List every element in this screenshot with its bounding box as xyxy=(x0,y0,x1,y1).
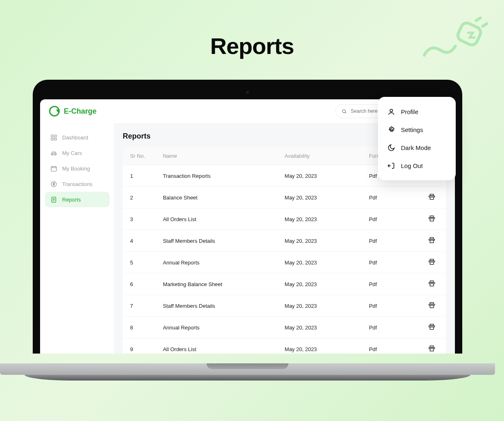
cell-format: Pdf xyxy=(362,252,418,273)
brand-name: E-Charge xyxy=(64,107,97,116)
svg-rect-29 xyxy=(430,327,434,329)
print-button[interactable] xyxy=(428,237,435,244)
table-row: 7Staff Members DetailsMay 20, 2023Pdf xyxy=(123,295,446,317)
plug-decoration-icon xyxy=(418,16,492,69)
cell-format: Pdf xyxy=(362,317,418,338)
sidebar: Dashboard My Cars My Booking xyxy=(40,123,114,354)
svg-rect-0 xyxy=(456,21,483,47)
sidebar-item-transactions[interactable]: Transactions xyxy=(45,176,110,192)
menu-item-label: Log Out xyxy=(401,162,423,169)
table-row: 5Annual ReportsMay 20, 2023Pdf xyxy=(123,252,446,273)
table-row: 3All Orders ListMay 20, 2023Pdf xyxy=(123,208,446,230)
svg-rect-6 xyxy=(51,138,53,140)
svg-rect-16 xyxy=(430,194,434,196)
profile-menu: Profile Settings Dark Mode xyxy=(378,99,455,180)
svg-rect-25 xyxy=(430,284,434,286)
printer-icon xyxy=(428,237,435,244)
cell-availability: May 20, 2023 xyxy=(277,338,362,354)
cell-format: Pdf xyxy=(362,208,418,230)
app-header: E-Charge xyxy=(40,99,455,123)
cell-sr: 5 xyxy=(123,252,155,273)
cell-sr: 3 xyxy=(123,208,155,230)
svg-rect-17 xyxy=(430,197,434,199)
car-icon xyxy=(50,149,57,157)
sidebar-item-label: Reports xyxy=(62,197,81,203)
table-row: 8Annual ReportsMay 20, 2023Pdf xyxy=(123,317,446,338)
brand-logo[interactable]: E-Charge xyxy=(49,106,97,116)
svg-rect-11 xyxy=(51,166,56,171)
printer-icon xyxy=(428,323,435,330)
cell-name: Balance Sheet xyxy=(155,187,277,208)
print-button[interactable] xyxy=(428,302,435,309)
sidebar-item-my-cars[interactable]: My Cars xyxy=(45,145,110,161)
cell-sr: 6 xyxy=(123,273,155,295)
menu-item-label: Settings xyxy=(401,126,423,133)
cell-format: Pdf xyxy=(362,187,418,208)
menu-item-dark-mode[interactable]: Dark Mode xyxy=(381,139,452,157)
moon-icon xyxy=(387,143,395,152)
svg-rect-30 xyxy=(430,346,434,347)
cell-name: Staff Members Details xyxy=(155,230,277,252)
svg-rect-22 xyxy=(430,259,434,261)
print-button[interactable] xyxy=(428,280,435,287)
brand-mark-icon xyxy=(49,106,60,116)
cell-format: Pdf xyxy=(362,230,418,252)
printer-icon xyxy=(428,193,435,200)
cell-name: Transaction Reports xyxy=(155,165,277,187)
cell-availability: May 20, 2023 xyxy=(277,252,362,273)
sidebar-item-my-booking[interactable]: My Booking xyxy=(45,161,110,176)
cell-availability: May 20, 2023 xyxy=(277,273,362,295)
cell-availability: May 20, 2023 xyxy=(277,230,362,252)
cell-name: All Orders List xyxy=(155,208,277,230)
cell-availability: May 20, 2023 xyxy=(277,165,362,187)
cell-availability: May 20, 2023 xyxy=(277,208,362,230)
logout-icon xyxy=(387,161,395,170)
cell-sr: 4 xyxy=(123,230,155,252)
printer-icon xyxy=(428,280,435,287)
svg-rect-4 xyxy=(51,135,53,137)
print-button[interactable] xyxy=(428,193,435,200)
sidebar-item-label: Transactions xyxy=(62,181,92,187)
sidebar-item-reports[interactable]: Reports xyxy=(45,192,110,207)
menu-item-log-out[interactable]: Log Out xyxy=(381,157,452,175)
laptop-base xyxy=(0,363,495,385)
sidebar-item-label: Dashboard xyxy=(62,134,88,141)
table-row: 6Marketing Balance SheetMay 20, 2023Pdf xyxy=(123,273,446,295)
cell-sr: 8 xyxy=(123,317,155,338)
cell-availability: May 20, 2023 xyxy=(277,187,362,208)
sidebar-item-dashboard[interactable]: Dashboard xyxy=(45,130,110,145)
cell-name: Annual Reports xyxy=(155,317,277,338)
svg-rect-19 xyxy=(430,219,434,221)
table-header-availability: Availability xyxy=(277,147,362,165)
cell-name: Staff Members Details xyxy=(155,295,277,317)
print-button[interactable] xyxy=(428,215,435,222)
cell-name: All Orders List xyxy=(155,338,277,354)
gear-icon xyxy=(387,125,395,134)
menu-item-profile[interactable]: Profile xyxy=(381,103,452,121)
user-icon xyxy=(387,107,395,116)
cell-name: Annual Reports xyxy=(155,252,277,273)
cell-sr: 2 xyxy=(123,187,155,208)
cell-sr: 9 xyxy=(123,338,155,354)
svg-rect-20 xyxy=(430,237,434,239)
table-row: 9All Orders ListMay 20, 2023Pdf xyxy=(123,338,446,354)
cell-sr: 1 xyxy=(123,165,155,187)
print-button[interactable] xyxy=(428,345,435,352)
svg-point-1 xyxy=(342,110,345,112)
table-row: 4Staff Members DetailsMay 20, 2023Pdf xyxy=(123,230,446,252)
file-icon xyxy=(50,196,57,203)
svg-rect-27 xyxy=(430,305,434,308)
menu-item-label: Profile xyxy=(401,108,418,115)
svg-rect-23 xyxy=(430,262,434,264)
menu-item-settings[interactable]: Settings xyxy=(381,121,452,139)
sidebar-item-label: My Cars xyxy=(62,150,82,156)
print-button[interactable] xyxy=(428,323,435,330)
print-button[interactable] xyxy=(428,258,435,265)
printer-icon xyxy=(428,302,435,309)
table-header-name: Name xyxy=(155,147,277,165)
cell-name: Marketing Balance Sheet xyxy=(155,273,277,295)
dollar-icon xyxy=(50,180,57,188)
svg-point-9 xyxy=(52,155,52,155)
cell-availability: May 20, 2023 xyxy=(277,295,362,317)
cell-sr: 7 xyxy=(123,295,155,317)
